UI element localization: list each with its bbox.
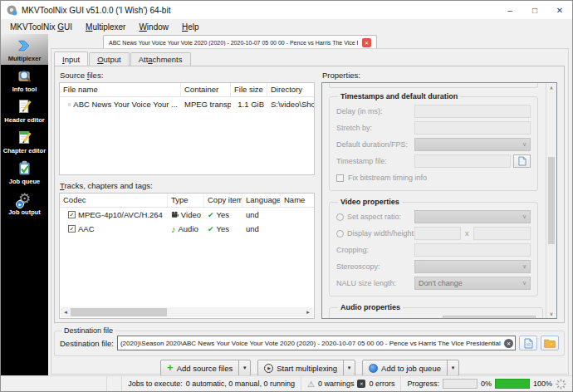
source-file-directory: S:\video\Shows\AB...	[267, 97, 314, 111]
tab-close-icon[interactable]: ✕	[362, 38, 371, 47]
tracks-horizontal-scrollbar[interactable]: ◂ ▸	[61, 307, 313, 317]
tab-input[interactable]: Input	[54, 51, 88, 66]
favorite-folder-button[interactable]	[541, 336, 559, 350]
menu-window[interactable]: Window	[133, 22, 174, 32]
stereoscopy-label: Stereoscopy:	[336, 262, 414, 271]
delay-label: Delay (in ms):	[336, 107, 414, 115]
sidebar-item-chapter-editor[interactable]: Chapter editor	[1, 126, 48, 157]
progress-label: Progress:	[407, 380, 439, 388]
close-icon: ✕	[556, 6, 563, 15]
track-row-video[interactable]: ✓ MPEG-4p10/AVC/H.264 Video ✔ Yes	[60, 208, 314, 222]
progress-status: Progress: 0% 100%	[400, 376, 572, 391]
add-source-files-dropdown[interactable]: ▾	[238, 360, 250, 375]
tab-attachments[interactable]: Attachments	[130, 52, 191, 66]
add-to-job-queue-dropdown[interactable]: ▾	[447, 360, 458, 375]
col-name[interactable]: Name	[281, 194, 314, 207]
cropping-label: Cropping:	[336, 246, 414, 254]
aspect-ratio-combo: ∨	[414, 210, 531, 223]
add-to-job-queue-button[interactable]: Add to job queue ▾	[362, 360, 459, 376]
jobs-value: 0 automatic, 0 manual, 0 running	[186, 380, 295, 388]
menu-bar: MKVToolNix GUI Multiplexer Window Help	[1, 19, 572, 34]
properties-label: Properties:	[322, 71, 557, 80]
window-controls: – □ ✕	[497, 1, 572, 19]
minimize-button[interactable]: –	[497, 1, 522, 19]
scroll-right-icon[interactable]: ▸	[303, 309, 313, 316]
maximize-button[interactable]: □	[522, 1, 547, 19]
timestamp-file-browse-button	[513, 154, 531, 168]
track-language: und	[242, 222, 281, 236]
start-multiplexing-button[interactable]: ▶Start multiplexing ▾	[257, 360, 355, 376]
scrollbar-thumb[interactable]	[548, 157, 555, 243]
source-file-row[interactable]: ABC News Your Voice Your ... MPEG transp…	[60, 97, 314, 111]
display-wh-label: Display width/height:	[347, 229, 414, 238]
fix-bitstream-label: Fix bitstream timing info	[348, 174, 427, 182]
col-codec[interactable]: Codec	[60, 194, 168, 207]
input-tab-pane: Source files: File name Container File s…	[54, 66, 565, 323]
browse-destination-button[interactable]	[519, 336, 537, 350]
sidebar-item-job-queue[interactable]: Job queue	[1, 157, 48, 188]
track-checkbox[interactable]: ✓	[68, 211, 76, 218]
col-file-size[interactable]: File size	[231, 83, 267, 96]
display-height-input	[473, 227, 531, 240]
timestamp-file-label: Timestamp file:	[336, 157, 414, 165]
gear-play-icon: ⚙ ▶	[18, 190, 31, 208]
track-row-audio[interactable]: ✓ AAC ♪ Audio ✔ Yes	[60, 222, 314, 236]
delay-input	[414, 105, 531, 118]
source-file-name: ABC News Your Voice Your ...	[73, 100, 178, 109]
jobs-label: Jobs to execute:	[128, 380, 183, 388]
window-body: Multiplexer Info tool Header editor Chap…	[1, 34, 572, 375]
fix-bitstream-checkbox	[336, 174, 344, 182]
scroll-up-icon[interactable]: ∧	[550, 83, 553, 92]
start-multiplexing-dropdown[interactable]: ▾	[343, 360, 355, 375]
source-file-container: MPEG transport...	[181, 97, 231, 111]
sidebar-item-info-tool[interactable]: Info tool	[1, 65, 48, 96]
current-progress-value: 0%	[481, 380, 492, 388]
col-language[interactable]: Language	[242, 194, 281, 207]
audio-properties-group: Audio properties AAC is SBR/HE-AAC/AAC+:…	[329, 303, 543, 318]
menu-multiplexer[interactable]: Multiplexer	[80, 22, 131, 32]
track-codec: AAC	[78, 224, 95, 233]
video-icon	[171, 210, 179, 219]
sidebar-item-header-editor[interactable]: Header editor	[1, 96, 48, 126]
multiplexer-icon	[17, 37, 33, 54]
col-file-name[interactable]: File name	[60, 83, 181, 96]
add-source-files-button[interactable]: +Add source files ▾	[160, 360, 251, 376]
sidebar-item-multiplexer[interactable]: Multiplexer	[1, 34, 48, 65]
warnings-count: 0 warnings	[318, 380, 355, 388]
timestamps-group: Timestamps and default duration Delay (i…	[329, 92, 538, 191]
scrollbar-thumb[interactable]	[71, 308, 167, 316]
properties-panel: Timestamps and default duration Delay (i…	[321, 82, 557, 319]
col-copy-item[interactable]: Copy item	[204, 194, 242, 207]
col-container[interactable]: Container	[181, 83, 231, 96]
aspect-ratio-radio	[336, 213, 344, 221]
copy-item-check-icon: ✔	[208, 211, 214, 219]
source-file-size: 1.1 GiB	[231, 97, 267, 111]
scroll-down-icon[interactable]: ∨	[550, 309, 553, 318]
col-directory[interactable]: Directory	[267, 83, 314, 96]
display-wh-radio	[336, 230, 344, 238]
col-type[interactable]: Type	[168, 194, 204, 207]
destination-input[interactable]	[117, 336, 516, 350]
total-progress-value: 100%	[533, 380, 552, 388]
sidebar-item-job-output[interactable]: ⚙ ▶ Job output	[1, 188, 48, 218]
scroll-left-icon[interactable]: ◂	[61, 309, 71, 316]
tab-output[interactable]: Output	[89, 52, 130, 66]
aac-combo: Determine automatically∨	[443, 316, 536, 318]
title-bar: MKVToolNix GUI v51.0.0 ('I Wish') 64-bit…	[1, 1, 572, 19]
menu-mkvtoolnix-gui[interactable]: MKVToolNix GUI	[4, 22, 78, 32]
source-files-label: Source files:	[60, 71, 315, 80]
clear-destination-icon[interactable]: ✕	[504, 339, 513, 348]
x-separator: x	[465, 229, 469, 238]
track-checkbox[interactable]: ✓	[68, 225, 76, 233]
aspect-ratio-label: Set aspect ratio:	[347, 213, 401, 221]
pencil-document-icon	[16, 98, 33, 115]
track-copy-item: Yes	[217, 210, 230, 219]
queue-circle-icon	[369, 364, 378, 373]
properties-vertical-scrollbar[interactable]: ∧ ∨	[546, 83, 556, 318]
close-button[interactable]: ✕	[547, 1, 572, 19]
tracks-table: Codec Type Copy item Language Name ✓ MPE…	[59, 193, 315, 319]
maximize-icon: □	[532, 6, 537, 15]
menu-help[interactable]: Help	[176, 22, 205, 32]
multiplexer-tab-page: Input Output Attachments Source files: F…	[51, 48, 569, 375]
file-tab[interactable]: ABC News Your Voice Your Vote 2020 (2020…	[103, 35, 377, 49]
